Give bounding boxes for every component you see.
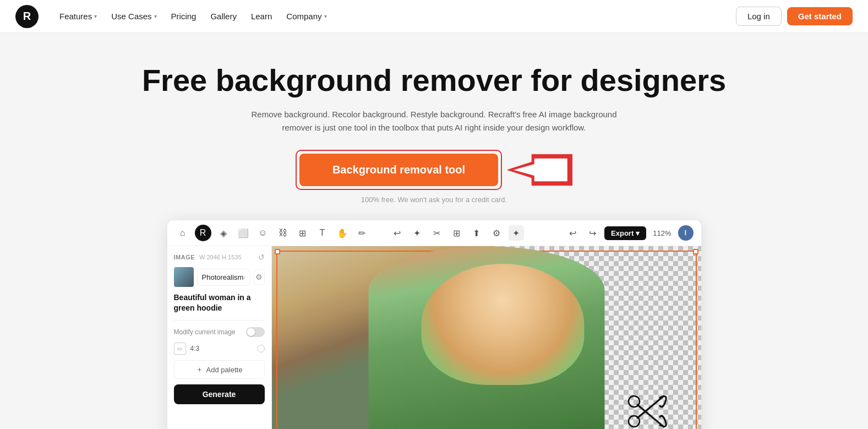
nav-gallery[interactable]: Gallery (205, 7, 242, 25)
emoji-icon[interactable]: ☺ (255, 225, 271, 241)
logo[interactable]: R (15, 5, 39, 28)
modify-label: Modify current image (174, 328, 236, 336)
app-toolbar: ⌂ R ◈ ⬜ ☺ ⛓ ⊞ T ✋ ✏ ↩ ✦ ✂ ⊞ ⬆ ⚙ ✦ (167, 220, 701, 246)
app-preview: ⌂ R ◈ ⬜ ☺ ⛓ ⊞ T ✋ ✏ ↩ ✦ ✂ ⊞ ⬆ ⚙ ✦ (0, 215, 868, 429)
panel-settings-icon[interactable]: ⚙ (254, 269, 265, 285)
hero-title: Free background remover for designers (11, 63, 857, 98)
lasso-icon[interactable]: ◈ (216, 225, 231, 241)
cta-note: 100% free. We won't ask you for a credit… (11, 196, 857, 204)
chevron-down-icon: ▾ (154, 13, 157, 19)
chevron-down-icon: ▾ (94, 13, 97, 19)
background-removal-button[interactable]: Background removal tool (299, 154, 498, 186)
nav-company-label: Company (286, 12, 321, 21)
chevron-down-icon: ▾ (324, 13, 327, 19)
scissors-icon (624, 389, 668, 429)
crop-icon[interactable]: ⊞ (295, 225, 310, 241)
cta-wrapper: Background removal tool (11, 150, 857, 190)
plus-icon: ＋ (196, 365, 203, 374)
red-arrow (506, 152, 572, 188)
nav-gallery-label: Gallery (210, 12, 237, 21)
app-window: ⌂ R ◈ ⬜ ☺ ⛓ ⊞ T ✋ ✏ ↩ ✦ ✂ ⊞ ⬆ ⚙ ✦ (167, 220, 701, 429)
magic-icon[interactable]: ✦ (410, 225, 425, 241)
undo-button[interactable]: ↩ (565, 225, 580, 241)
ratio-row: ▭ 4:3 (174, 343, 265, 355)
style-label: Photorealism (202, 273, 244, 281)
svg-marker-1 (514, 159, 567, 182)
link-icon[interactable]: ⛓ (275, 225, 291, 241)
arrow-icon (506, 152, 572, 188)
panel-dimensions: W 2046 H 1535 (199, 254, 241, 260)
navigation: R Features ▾ Use Cases ▾ Pricing Gallery… (0, 0, 868, 33)
nav-links: Features ▾ Use Cases ▾ Pricing Gallery L… (54, 7, 736, 25)
hero-subtitle: Remove background. Recolor background. R… (247, 108, 621, 134)
login-button[interactable]: Log in (736, 7, 782, 26)
style-row: Photorealism › ⚙ (174, 267, 265, 287)
scissors-icon[interactable]: ✂ (429, 225, 445, 241)
active-tool-icon[interactable]: R (195, 225, 211, 241)
nav-features-label: Features (59, 12, 92, 21)
style-selector[interactable]: Photorealism › (197, 269, 250, 286)
get-started-button[interactable]: Get started (787, 7, 853, 25)
nav-company[interactable]: Company ▾ (281, 7, 332, 25)
add-palette-button[interactable]: ＋ Add palette (174, 360, 265, 379)
home-icon[interactable]: ⌂ (175, 225, 190, 241)
grid-icon[interactable]: ⊞ (449, 225, 465, 241)
text-icon[interactable]: T (315, 225, 330, 241)
zoom-level: 112% (651, 229, 673, 237)
nav-features[interactable]: Features ▾ (54, 7, 102, 25)
upload-icon[interactable]: ⬆ (469, 225, 484, 241)
ratio-icon: ▭ (174, 343, 186, 355)
frame-icon[interactable]: ⬜ (236, 225, 251, 241)
nav-usecases[interactable]: Use Cases ▾ (106, 7, 162, 25)
panel-header: IMAGE W 2046 H 1535 ↺ (174, 253, 265, 262)
curve-icon[interactable]: ↩ (390, 225, 405, 241)
chevron-right-icon: › (243, 274, 245, 280)
toolbar-right: ↩ ↪ Export ▾ 112% I (565, 225, 693, 241)
hero-section: Free background remover for designers Re… (0, 33, 868, 215)
nav-pricing[interactable]: Pricing (166, 7, 202, 25)
scissors-overlay (624, 389, 668, 429)
woman-face (421, 264, 584, 385)
export-label: Export (611, 229, 634, 237)
generate-button[interactable]: Generate (174, 384, 265, 404)
svg-line-4 (637, 396, 664, 418)
nav-pricing-label: Pricing (171, 12, 196, 21)
panel-section-label: IMAGE (174, 254, 195, 260)
refresh-icon[interactable]: ↺ (258, 253, 265, 262)
add-palette-label: Add palette (206, 366, 243, 374)
panel-description: Beautiful woman in a green hoodie (174, 292, 265, 313)
canvas-main (272, 246, 701, 429)
svg-line-5 (637, 405, 664, 427)
export-button[interactable]: Export ▾ (604, 226, 646, 240)
toolbar-icons: ⌂ R ◈ ⬜ ☺ ⛓ ⊞ T ✋ ✏ ↩ ✦ ✂ ⊞ ⬆ ⚙ ✦ (175, 225, 560, 241)
nav-usecases-label: Use Cases (111, 12, 151, 21)
cta-box: Background removal tool (296, 150, 502, 190)
ratio-dot[interactable] (257, 345, 265, 352)
divider (174, 320, 265, 321)
style-thumbnail (174, 267, 194, 287)
hand-icon[interactable]: ✋ (335, 225, 350, 241)
avatar: I (678, 225, 694, 241)
ai-icon[interactable]: ✦ (509, 225, 524, 241)
redo-button[interactable]: ↪ (585, 225, 600, 241)
nav-actions: Log in Get started (736, 7, 853, 26)
left-panel: IMAGE W 2046 H 1535 ↺ Photorealism › ⚙ B… (167, 246, 272, 429)
ratio-label: 4:3 (190, 345, 200, 352)
nav-learn[interactable]: Learn (245, 7, 277, 25)
draw-icon[interactable]: ✏ (354, 225, 370, 241)
modify-toggle[interactable] (246, 327, 265, 337)
settings-icon[interactable]: ⚙ (489, 225, 504, 241)
modify-row: Modify current image (174, 327, 265, 337)
chevron-down-icon: ▾ (636, 229, 640, 237)
canvas-area: IMAGE W 2046 H 1535 ↺ Photorealism › ⚙ B… (167, 246, 701, 429)
nav-learn-label: Learn (251, 12, 272, 21)
